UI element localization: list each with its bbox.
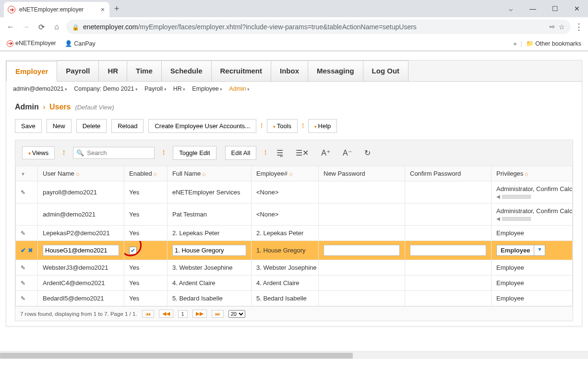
pager-current[interactable]: 1 <box>178 310 188 318</box>
pager-next[interactable]: ▶▶ <box>192 310 207 318</box>
col-filter[interactable] <box>16 166 38 181</box>
tab-close-icon[interactable]: × <box>101 6 105 13</box>
toggle-edit-button[interactable]: Toggle Edit <box>173 146 216 160</box>
search-input[interactable] <box>86 149 151 157</box>
cancel-icon[interactable]: ✖ <box>28 247 33 254</box>
share-icon[interactable] <box>549 23 555 31</box>
font-increase-icon[interactable]: A⁺ <box>319 147 332 158</box>
col-user-name[interactable]: User Name <box>38 166 124 181</box>
new-button[interactable]: New <box>47 119 72 133</box>
cell-confirm-password[interactable] <box>405 241 492 260</box>
col-employee[interactable]: Employee# <box>252 166 319 181</box>
table-row[interactable]: ✎BedardI5@demo2021Yes5. Bedard Isabelle5… <box>16 291 573 306</box>
submenu-item[interactable]: Employee <box>192 85 222 92</box>
col-full-name[interactable]: Full Name <box>168 166 252 181</box>
cell-new-password[interactable] <box>319 241 405 260</box>
star-icon[interactable] <box>559 23 565 31</box>
nav-tab-inbox[interactable]: Inbox <box>271 60 308 81</box>
cell-enabled[interactable]: ✔ <box>124 241 168 260</box>
enabled-checkbox[interactable]: ✔ <box>129 247 137 254</box>
table-row[interactable]: ✎ArdentC4@demo2021Yes4. Ardent Claire4. … <box>16 276 573 291</box>
search-box[interactable]: 🔍 <box>73 147 155 159</box>
nav-tab-log-out[interactable]: Log Out <box>363 60 408 81</box>
reload-button[interactable]: ⟳ <box>36 23 47 32</box>
forward-button[interactable]: → <box>20 23 32 31</box>
pager-last[interactable]: ⏭ <box>212 310 224 318</box>
url-bar[interactable]: enetemployer.com/myEmployer/faces/employ… <box>66 20 571 34</box>
submenu-item[interactable]: Payroll <box>144 85 167 92</box>
other-bookmarks[interactable]: 📁 Other bookmarks <box>526 40 581 47</box>
full-name-input[interactable] <box>172 245 246 256</box>
submenu-item[interactable]: HR <box>173 85 186 92</box>
minimize-icon[interactable]: — <box>522 0 544 17</box>
row-action-cell[interactable]: ✎ <box>16 181 38 204</box>
browser-tab[interactable]: eNETEmployer:employer × <box>4 2 109 17</box>
home-button[interactable]: ⌂ <box>51 23 62 31</box>
refresh-icon[interactable]: ↻ <box>362 147 372 158</box>
nav-tab-payroll[interactable]: Payroll <box>57 60 99 81</box>
table-row[interactable]: ✎WebsterJ3@demo2021Yes3. Webster Josephi… <box>16 260 573 276</box>
close-window-icon[interactable]: ✕ <box>566 0 588 17</box>
nav-tab-schedule[interactable]: Schedule <box>161 60 212 81</box>
confirm-password-input[interactable] <box>410 245 486 256</box>
row-action-cell[interactable]: ✎ <box>16 291 38 306</box>
new-tab-button[interactable]: + <box>114 4 120 14</box>
clear-filter-icon[interactable]: ☰✕ <box>294 147 311 158</box>
delete-button[interactable]: Delete <box>76 119 107 133</box>
col-new-password[interactable]: New Password <box>319 166 405 181</box>
nav-tab-hr[interactable]: HR <box>98 60 127 81</box>
create-accounts-button[interactable]: Create Employee User Accounts... <box>148 119 256 133</box>
submenu-item[interactable]: Admin <box>229 85 250 92</box>
col-confirm-password[interactable]: Confirm Password <box>405 166 492 181</box>
bookmarks-overflow-icon[interactable]: » <box>513 40 516 47</box>
nav-tab-employer[interactable]: Employer <box>6 61 57 82</box>
row-action-cell[interactable]: ✎ <box>16 260 38 276</box>
nav-tab-time[interactable]: Time <box>127 60 162 81</box>
horizontal-scrollbar[interactable] <box>0 351 588 359</box>
table-row[interactable]: ✎LepekasP2@demo2021Yes2. Lepekas Peter2.… <box>16 226 573 241</box>
chevron-down-icon[interactable]: ▼ <box>534 245 545 255</box>
views-dropdown[interactable]: Views <box>22 146 55 159</box>
scrollbar-thumb[interactable] <box>0 353 353 359</box>
edit-row-icon[interactable]: ✎ <box>21 264 25 271</box>
row-action-cell[interactable] <box>16 204 38 226</box>
page-size-select[interactable]: 20 <box>228 310 245 318</box>
pager-first[interactable]: ⏮ <box>142 310 154 318</box>
new-password-input[interactable] <box>324 245 400 256</box>
cell-privileges[interactable]: Employee▼ <box>492 241 573 260</box>
maximize-icon[interactable]: ☐ <box>544 0 566 17</box>
table-row[interactable]: ✔✖✔1. House GregoryEmployee▼ <box>16 241 573 260</box>
font-decrease-icon[interactable]: A⁻ <box>341 147 354 158</box>
privileges-select[interactable]: Employee▼ <box>496 245 545 256</box>
chevron-left-icon[interactable]: ◀ <box>496 194 500 199</box>
col-privileges[interactable]: Privileges <box>492 166 573 181</box>
tools-dropdown[interactable]: Tools <box>267 119 298 133</box>
edit-row-icon[interactable]: ✎ <box>21 280 25 287</box>
col-enabled[interactable]: Enabled <box>124 166 168 181</box>
reload-button[interactable]: Reload <box>111 119 144 133</box>
table-row[interactable]: ✎payroll@demo2021YeseNETEmployer Service… <box>16 181 573 204</box>
confirm-icon[interactable]: ✔ <box>21 247 26 254</box>
chevron-left-icon[interactable]: ◀ <box>496 216 500 221</box>
priv-scroll-bar[interactable] <box>502 195 531 199</box>
user-name-input[interactable] <box>43 245 119 256</box>
bookmark-canpay[interactable]: 👤 CanPay <box>65 40 96 47</box>
submenu-item[interactable]: admin@demo2021 <box>13 85 67 92</box>
help-dropdown[interactable]: Help <box>308 119 337 133</box>
row-action-cell[interactable]: ✔✖ <box>16 241 38 260</box>
edit-row-icon[interactable]: ✎ <box>21 230 25 237</box>
bookmark-enetemployer[interactable]: eNETEmployer <box>7 40 56 47</box>
pager-prev[interactable]: ◀◀ <box>159 310 173 318</box>
nav-tab-recruitment[interactable]: Recruitment <box>211 60 272 81</box>
edit-all-button[interactable]: Edit All <box>225 146 257 160</box>
filter-settings-icon[interactable]: ☰̤ <box>275 147 285 158</box>
table-row[interactable]: admin@demo2021YesPat Testman<None>Admini… <box>16 204 573 226</box>
row-action-cell[interactable]: ✎ <box>16 276 38 291</box>
caret-down-icon[interactable]: ⌵ <box>500 0 522 17</box>
priv-scroll-bar[interactable] <box>502 217 531 221</box>
edit-row-icon[interactable]: ✎ <box>21 189 25 196</box>
edit-row-icon[interactable]: ✎ <box>21 295 25 302</box>
nav-tab-messaging[interactable]: Messaging <box>308 60 363 81</box>
back-button[interactable]: ← <box>5 23 16 31</box>
row-action-cell[interactable]: ✎ <box>16 226 38 241</box>
